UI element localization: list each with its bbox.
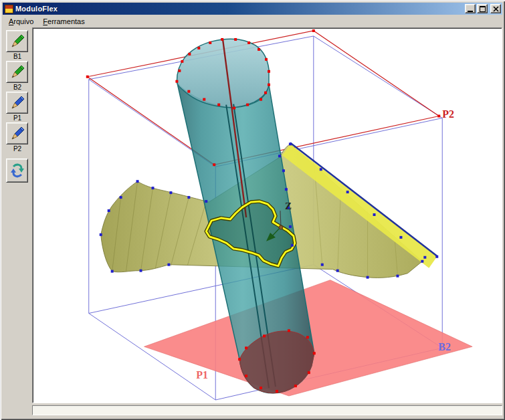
b1-button[interactable] (6, 30, 28, 52)
pencil-icon (9, 33, 25, 49)
viewport-3d[interactable]: P2 B2 P1 Z (32, 27, 502, 403)
p2-label: P2 (6, 144, 29, 153)
maximize-icon (480, 6, 486, 12)
app-icon (5, 5, 13, 13)
tool-b2: B2 (6, 61, 29, 92)
swap-button[interactable] (6, 159, 28, 183)
p1-button[interactable] (6, 92, 28, 114)
client-area: B1 B2 (3, 27, 502, 417)
minimize-button[interactable] (465, 4, 476, 13)
b1-label: B1 (6, 52, 29, 61)
menu-item-arquivo[interactable]: Arquivo (4, 16, 38, 27)
tool-swap (6, 159, 29, 183)
label-z: Z (285, 201, 292, 211)
tool-p1: P1 (6, 92, 29, 122)
swap-arrows-icon (8, 161, 27, 180)
b2-label: B2 (6, 83, 29, 92)
pencil-icon (9, 95, 25, 111)
origin-point (279, 225, 283, 229)
window-title: ModuloFlex (15, 5, 465, 13)
minimize-icon (468, 11, 473, 12)
close-icon (493, 6, 499, 12)
pencil-icon (9, 126, 25, 142)
scene-3d: P2 B2 P1 Z (34, 29, 500, 401)
tool-b1: B1 (6, 30, 29, 61)
pencil-icon (9, 64, 25, 80)
label-b2: B2 (438, 341, 451, 352)
maximize-button[interactable] (477, 4, 488, 13)
title-bar[interactable]: ModuloFlex (3, 3, 502, 15)
p1-label: P1 (6, 114, 29, 122)
menu-item-ferramentas[interactable]: Ferramentas (38, 16, 89, 27)
label-p2: P2 (442, 108, 454, 120)
b2-button[interactable] (6, 61, 28, 83)
menu-bar: Arquivo Ferramentas (3, 15, 502, 27)
label-p1: P1 (196, 369, 208, 381)
horizontal-scrollbar[interactable] (32, 405, 502, 415)
toolbar: B1 B2 (3, 27, 32, 417)
tool-p2: P2 (6, 122, 29, 153)
app-window: ModuloFlex Arquivo Ferramentas (0, 0, 505, 420)
p2-button[interactable] (6, 122, 28, 144)
close-button[interactable] (490, 4, 501, 13)
